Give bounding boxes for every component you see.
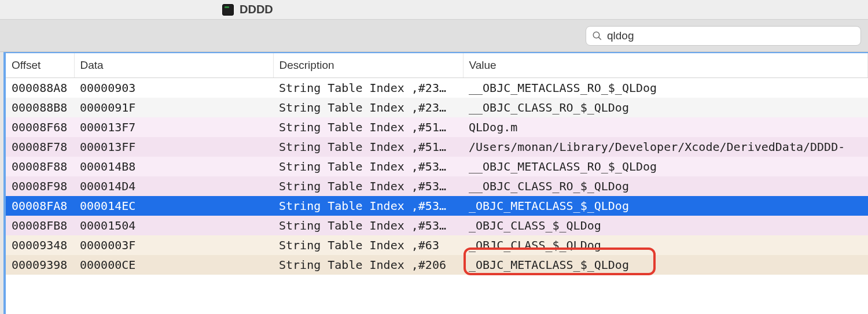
cell-value: __OBJC_CLASS_RO_$_QLDog [463,176,868,196]
table-row[interactable]: 00008F98000014D4String Table Index ,#53…… [6,176,868,196]
cell-desc: String Table Index ,#53… [273,216,463,235]
col-value[interactable]: Value [463,53,868,78]
cell-data: 0000091F [74,98,273,117]
cell-value: __OBJC_METACLASS_RO_$_QLDog [463,157,868,176]
cell-value: _OBJC_CLASS_$_QLDog [463,216,868,235]
window-title: DDDD [240,3,273,16]
cell-value: __OBJC_METACLASS_RO_$_QLDog [463,78,868,98]
cell-value: _OBJC_METACLASS_$_QLDog [463,255,868,275]
cell-offset: 000088B8 [6,98,74,117]
col-description[interactable]: Description [273,53,463,78]
terminal-icon [222,4,234,16]
cell-value: __OBJC_CLASS_RO_$_QLDog [463,98,868,117]
cell-value: _OBJC_CLASS_$_QLDog [463,235,868,255]
cell-offset: 00008FA8 [6,196,74,216]
table-row[interactable]: 00009398000000CEString Table Index ,#206… [6,255,868,275]
search-field[interactable] [586,26,861,46]
cell-offset: 00009398 [6,255,74,275]
cell-desc: String Table Index ,#23… [273,98,463,117]
svg-line-1 [598,37,601,39]
col-data[interactable]: Data [74,53,273,78]
toolbar [0,20,868,52]
search-icon [592,31,602,41]
cell-desc: String Table Index ,#206 [273,255,463,275]
cell-data: 00001504 [74,216,273,235]
search-input[interactable] [607,29,855,42]
cell-desc: String Table Index ,#23… [273,78,463,98]
cell-data: 000014B8 [74,157,273,176]
cell-desc: String Table Index ,#53… [273,157,463,176]
svg-point-0 [593,32,599,38]
table-row[interactable]: 00008F88000014B8String Table Index ,#53…… [6,157,868,176]
cell-offset: 00008F88 [6,157,74,176]
table-row[interactable]: 000088A800000903String Table Index ,#23…… [6,78,868,98]
cell-offset: 000088A8 [6,78,74,98]
table-row[interactable]: 00008FB800001504String Table Index ,#53…… [6,216,868,235]
cell-desc: String Table Index ,#53… [273,176,463,196]
cell-data: 000013F7 [74,117,273,137]
table-row[interactable]: 00008F68000013F7String Table Index ,#51…… [6,117,868,137]
cell-data: 000000CE [74,255,273,275]
cell-offset: 00008F78 [6,137,74,157]
table-row[interactable]: 00008FA8000014ECString Table Index ,#53…… [6,196,868,216]
cell-desc: String Table Index ,#53… [273,196,463,216]
cell-desc: String Table Index ,#51… [273,137,463,157]
symbol-table: Offset Data Description Value 000088A800… [6,53,868,275]
cell-value: QLDog.m [463,117,868,137]
table-panel: Offset Data Description Value 000088A800… [3,52,868,314]
table-row[interactable]: 000088B80000091FString Table Index ,#23…… [6,98,868,117]
cell-data: 00000903 [74,78,273,98]
cell-desc: String Table Index ,#63 [273,235,463,255]
cell-offset: 00008F68 [6,117,74,137]
cell-offset: 00008F98 [6,176,74,196]
cell-data: 000013FF [74,137,273,157]
title-bar: DDDD [0,0,868,20]
cell-data: 0000003F [74,235,273,255]
cell-data: 000014D4 [74,176,273,196]
col-offset[interactable]: Offset [6,53,74,78]
cell-value: _OBJC_METACLASS_$_QLDog [463,196,868,216]
cell-offset: 00009348 [6,235,74,255]
cell-desc: String Table Index ,#51… [273,117,463,137]
table-row[interactable]: 00008F78000013FFString Table Index ,#51…… [6,137,868,157]
cell-value: /Users/monan/Library/Developer/Xcode/Der… [463,137,868,157]
cell-offset: 00008FB8 [6,216,74,235]
table-row[interactable]: 000093480000003FString Table Index ,#63_… [6,235,868,255]
table-header-row: Offset Data Description Value [6,53,868,78]
cell-data: 000014EC [74,196,273,216]
